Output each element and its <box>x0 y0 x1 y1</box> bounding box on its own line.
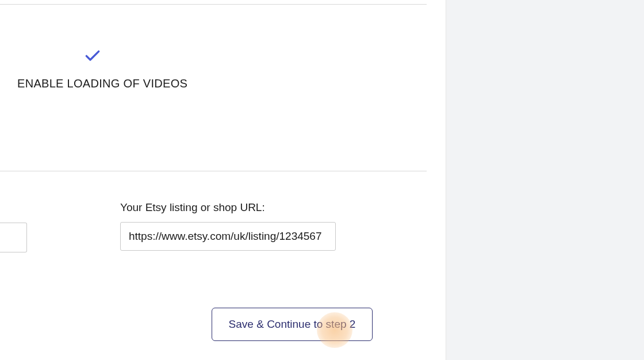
url-label: Your Etsy listing or shop URL: <box>120 201 336 214</box>
enable-videos-label: ENABLE LOADING OF VIDEOS <box>17 77 187 90</box>
url-section: Your Etsy listing or shop URL: <box>120 201 336 251</box>
save-continue-button[interactable]: Save & Continue to step 2 <box>212 308 373 341</box>
main-content: ENABLE LOADING OF VIDEOS Your Etsy listi… <box>0 0 446 360</box>
partial-input-left[interactable] <box>0 223 27 252</box>
checkmark-icon[interactable] <box>83 46 102 64</box>
divider <box>0 171 427 171</box>
divider <box>0 4 427 5</box>
etsy-url-input[interactable] <box>120 222 336 251</box>
sidebar-panel <box>446 0 644 360</box>
